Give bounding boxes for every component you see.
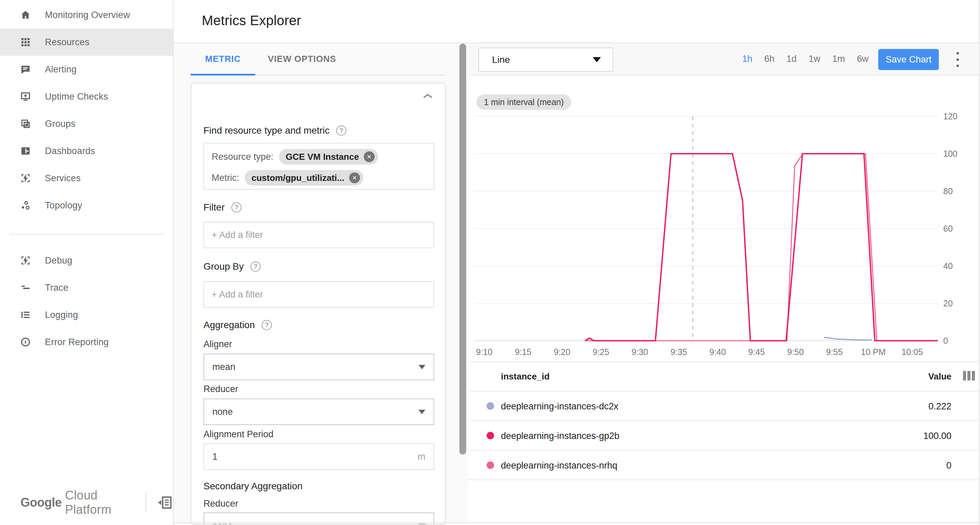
- resource-type-row: Resource type: GCE VM Instance ✕: [212, 149, 378, 165]
- footer-divider: [146, 493, 146, 512]
- viewport-bottom-border: [173, 522, 980, 523]
- chart-type-select[interactable]: Line: [479, 48, 613, 72]
- legend-row-gp2b[interactable]: deeplearning-instances-gp2b 100.00: [469, 421, 980, 450]
- sidebar-item-debug[interactable]: Debug: [0, 247, 173, 274]
- help-icon[interactable]: ?: [250, 262, 261, 272]
- svg-text:9:50: 9:50: [787, 347, 804, 357]
- legend-col-instance-id: instance_id: [501, 371, 550, 382]
- svg-text:20: 20: [943, 298, 953, 308]
- filter-input[interactable]: + Add a filter: [204, 222, 434, 248]
- find-resource-section-heading: Find resource type and metric ?: [204, 123, 347, 138]
- sidebar-item-groups[interactable]: Groups: [0, 110, 173, 137]
- help-icon[interactable]: ?: [231, 202, 242, 213]
- range-6h[interactable]: 6h: [764, 54, 775, 64]
- metrics-explorer-app: Monitoring Overview Resources Alerting: [0, 0, 980, 525]
- page-title: Metrics Explorer: [202, 13, 301, 28]
- sidebar-item-uptime-checks[interactable]: Uptime Checks: [0, 83, 173, 110]
- logging-list-icon: [20, 309, 31, 320]
- tab-metric[interactable]: METRIC: [191, 43, 255, 75]
- alignment-period-input[interactable]: 1 m: [204, 443, 434, 470]
- svg-text:0: 0: [943, 336, 948, 346]
- legend-row-nrhq[interactable]: deeplearning-instances-nrhq 0: [469, 450, 980, 480]
- services-bolt-icon: [20, 172, 31, 184]
- chevron-down-icon: [418, 523, 425, 525]
- aligner-label: Aligner: [204, 339, 232, 349]
- save-chart-button[interactable]: Save Chart: [878, 49, 939, 70]
- header: Metrics Explorer: [173, 0, 980, 43]
- dashboards-icon: [20, 145, 31, 157]
- chart-panel: Line 1h 6h 1d 1w 1m 6w Save Chart 1 min …: [469, 43, 980, 525]
- metric-chip[interactable]: custom/gpu_utilizati... ✕: [245, 170, 363, 186]
- sidebar-item-error-reporting[interactable]: Error Reporting: [0, 328, 173, 356]
- sidebar-item-alerting[interactable]: Alerting: [0, 56, 173, 83]
- range-1d[interactable]: 1d: [786, 54, 797, 64]
- google-logo: Google: [21, 495, 62, 510]
- topology-icon: [20, 200, 31, 211]
- sidebar-item-services[interactable]: Services: [0, 165, 173, 192]
- sidebar-item-topology[interactable]: Topology: [0, 192, 173, 219]
- svg-text:60: 60: [943, 224, 953, 233]
- trace-bars-icon: [20, 282, 31, 293]
- error-reporting-icon: [20, 336, 31, 348]
- metric-card: Find resource type and metric ? Resource…: [191, 82, 446, 525]
- reducer-label: Reducer: [204, 384, 238, 395]
- series-color-dot: [487, 402, 494, 410]
- series-color-dot: [487, 462, 494, 469]
- metric-config-panel: METRIC VIEW OPTIONS Find resource type a…: [173, 43, 468, 525]
- tab-view-options[interactable]: VIEW OPTIONS: [264, 43, 340, 75]
- svg-text:9:55: 9:55: [826, 347, 843, 357]
- viewport-right-border: [978, 0, 980, 525]
- range-1w[interactable]: 1w: [808, 54, 821, 64]
- remove-resource-chip-icon[interactable]: ✕: [364, 151, 375, 162]
- legend-col-value: Value: [928, 371, 951, 382]
- group-by-section-heading: Group By ?: [204, 259, 261, 274]
- sidebar-item-logging[interactable]: Logging: [0, 301, 173, 328]
- help-icon[interactable]: ?: [336, 125, 347, 136]
- legend-row-dc2x[interactable]: deeplearning-instances-dc2x 0.222: [469, 391, 980, 421]
- chart-toolbar: Line 1h 6h 1d 1w 1m 6w Save Chart: [469, 43, 980, 76]
- resource-type-chip[interactable]: GCE VM Instance ✕: [279, 149, 378, 165]
- value-columns-icon[interactable]: [963, 371, 975, 382]
- home-icon: [20, 9, 31, 21]
- collapse-card-chevron-up-icon[interactable]: [422, 93, 434, 101]
- alert-bubble-icon: [20, 63, 31, 75]
- sidebar-item-monitoring-overview[interactable]: Monitoring Overview: [0, 2, 173, 29]
- svg-text:9:20: 9:20: [554, 347, 570, 357]
- aligner-select[interactable]: mean: [204, 354, 434, 380]
- cloud-platform-wordmark: Cloud Platform: [65, 488, 134, 517]
- chevron-down-icon: [593, 57, 601, 62]
- sidebar-item-dashboards[interactable]: Dashboards: [0, 137, 173, 165]
- sidebar-item-trace[interactable]: Trace: [0, 274, 173, 301]
- group-by-input[interactable]: + Add a filter: [204, 281, 434, 308]
- timeseries-chart[interactable]: 0204060801001209:109:159:209:259:309:359…: [469, 76, 980, 362]
- active-tab-underline: [191, 74, 255, 76]
- reducer-select[interactable]: none: [204, 398, 434, 425]
- sidebar-item-resources[interactable]: Resources: [0, 29, 173, 56]
- legend-table: instance_id Value deeplearning-instances…: [469, 362, 980, 525]
- help-icon[interactable]: ?: [262, 320, 272, 330]
- debug-bolt-icon: [20, 255, 31, 266]
- more-options-kebab-icon[interactable]: [953, 51, 962, 68]
- secondary-aggregation-heading: Secondary Aggregation: [204, 479, 302, 494]
- alignment-period-label: Alignment Period: [204, 429, 274, 439]
- range-1m[interactable]: 1m: [832, 54, 845, 64]
- svg-text:40: 40: [943, 261, 953, 271]
- aggregation-section-heading: Aggregation ?: [204, 317, 272, 333]
- remove-metric-chip-icon[interactable]: ✕: [349, 172, 360, 183]
- svg-text:9:40: 9:40: [710, 347, 726, 357]
- sidebar-footer: Google Cloud Platform: [21, 492, 173, 513]
- svg-text:9:10: 9:10: [476, 347, 493, 357]
- panel-scrollbar[interactable]: [460, 43, 466, 455]
- resource-metric-box: Resource type: GCE VM Instance ✕ Metric:…: [204, 143, 434, 190]
- collapse-panel-icon[interactable]: [156, 495, 173, 510]
- range-1h[interactable]: 1h: [742, 54, 752, 64]
- filter-section-heading: Filter ?: [204, 200, 242, 215]
- apps-grid-icon: [20, 36, 31, 48]
- svg-text:9:25: 9:25: [593, 347, 609, 357]
- uptime-monitor-icon: [20, 91, 31, 102]
- range-6w[interactable]: 6w: [857, 54, 869, 64]
- svg-text:10:05: 10:05: [901, 347, 923, 357]
- svg-text:9:15: 9:15: [515, 347, 531, 357]
- legend-header: instance_id Value: [469, 362, 980, 391]
- svg-text:100: 100: [943, 149, 958, 159]
